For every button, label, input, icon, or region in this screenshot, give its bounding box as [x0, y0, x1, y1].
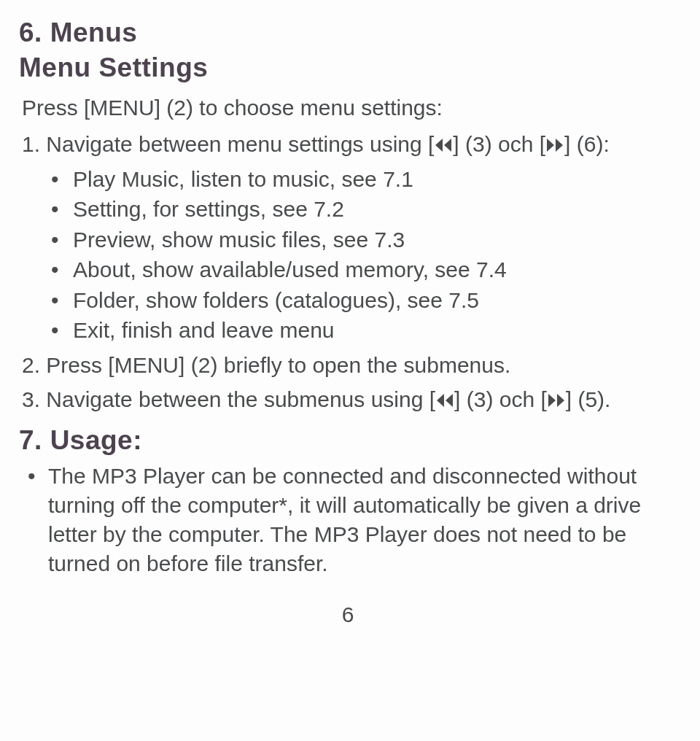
- fast-forward-icon: [547, 392, 566, 408]
- step-1-pre: 1. Navigate between menu settings using …: [22, 132, 434, 156]
- step-3-pre: 3. Navigate between the submenus using [: [22, 387, 435, 411]
- list-item: About, show available/used memory, see 7…: [73, 255, 677, 284]
- list-item: Folder, show folders (catalogues), see 7…: [73, 285, 677, 315]
- section-6-heading: 6. Menus: [19, 18, 677, 48]
- section-6-subheading: Menu Settings: [19, 53, 677, 83]
- usage-list: The MP3 Player can be connected and disc…: [19, 462, 677, 579]
- rewind-icon: [434, 137, 453, 153]
- list-item: Preview, show music ﬁles, see 7.3: [73, 225, 677, 255]
- fast-forward-icon: [545, 137, 564, 153]
- step-3-post: ] (5).: [566, 387, 611, 411]
- page-number: 6: [19, 602, 677, 627]
- step-2: 2. Press [MENU] (2) brieﬂy to open the s…: [19, 351, 677, 381]
- section-7-heading: 7. Usage:: [19, 425, 677, 456]
- step-3: 3. Navigate between the submenus using […: [19, 385, 677, 415]
- intro-paragraph: Press [MENU] (2) to choose menu settings…: [19, 93, 677, 123]
- step-1-post: ] (6):: [564, 132, 610, 156]
- menu-settings-list: Play Music, listen to music, see 7.1 Set…: [19, 164, 677, 345]
- list-item: The MP3 Player can be connected and disc…: [48, 462, 677, 579]
- rewind-icon: [435, 392, 454, 408]
- list-item: Exit, ﬁnish and leave menu: [73, 315, 677, 345]
- step-3-mid: ] (3) och [: [454, 387, 547, 411]
- list-item: Setting, for settings, see 7.2: [73, 194, 677, 224]
- step-1: 1. Navigate between menu settings using …: [19, 130, 677, 160]
- step-1-mid: ] (3) och [: [453, 132, 545, 156]
- list-item: Play Music, listen to music, see 7.1: [73, 164, 677, 194]
